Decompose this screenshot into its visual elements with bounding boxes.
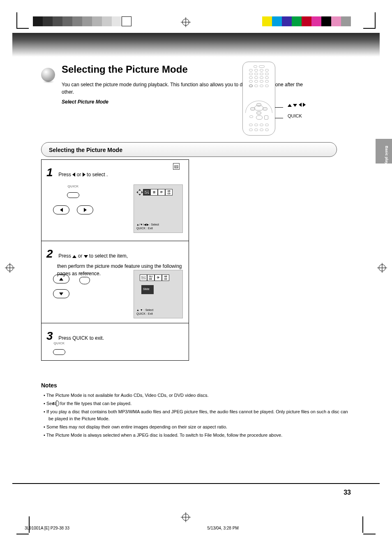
step-text: Press or to select the item, bbox=[58, 253, 128, 259]
step-number: 1 bbox=[46, 164, 57, 181]
step-text: Press QUICK to exit. bbox=[58, 335, 104, 341]
note-item: If you play a disc that contains both MP… bbox=[41, 408, 351, 422]
note-item: See 32 for the file types that can be pl… bbox=[41, 400, 351, 407]
button-label: QUICK bbox=[54, 341, 65, 345]
svg-point-4 bbox=[175, 166, 176, 167]
mode-icon-rotate: ⟳ bbox=[154, 274, 162, 281]
screen-caption: ▲/▼/◀/▶ : Select bbox=[136, 223, 180, 226]
up-arrow-icon bbox=[72, 255, 76, 258]
quick-button-icon bbox=[67, 192, 79, 198]
screen-caption: QUICK : Exit bbox=[136, 312, 180, 315]
remote-illustration bbox=[242, 62, 275, 136]
screen-caption: QUICK : Exit bbox=[136, 227, 180, 230]
nav-icon bbox=[136, 189, 143, 196]
crop-mark-bl bbox=[16, 516, 30, 534]
registration-mark-right bbox=[377, 263, 387, 273]
down-button-icon bbox=[53, 289, 69, 298]
crop-mark-tr bbox=[363, 12, 376, 30]
note-item: The Picture Mode is not available for Au… bbox=[41, 392, 351, 399]
onscreen-preview: ☰ ⟳ ABCD ▲/▼/◀/▶ : Select QUICK : Exit bbox=[134, 184, 183, 233]
header-gradient bbox=[12, 33, 380, 57]
step-number: 2 bbox=[46, 245, 57, 263]
mode-icon-abcd: ABCD bbox=[165, 189, 173, 196]
crop-mark-br bbox=[362, 516, 376, 534]
button-label: QUICK bbox=[79, 272, 90, 275]
page-number: 33 bbox=[344, 489, 351, 496]
crop-mark-tl bbox=[16, 12, 29, 30]
right-button-icon bbox=[77, 205, 93, 214]
onscreen-preview: SLIDE ⟳ ABCD Slide ▲ ▼ : Select QUICK : … bbox=[134, 270, 183, 318]
registration-mark-left bbox=[5, 263, 15, 273]
left-button-icon bbox=[53, 205, 69, 214]
mode-icon-abcd: ABCD bbox=[162, 274, 169, 281]
gray-swatches bbox=[33, 16, 131, 26]
button-label: QUICK bbox=[68, 184, 79, 188]
footer-rule bbox=[12, 483, 380, 484]
note-item: The Picture Mode is always selected when… bbox=[41, 432, 351, 439]
side-tab bbox=[376, 139, 392, 164]
step-1: 1 Press or to select . QUICK ☰ ⟳ AB bbox=[42, 160, 189, 241]
screen-caption: ▲ ▼ : Select bbox=[136, 309, 180, 312]
footer-text: 3L91001A [E] P29-38 33 5/13/04, 3:28 PM bbox=[25, 526, 239, 530]
mode-icon-slide: SLIDE bbox=[147, 274, 154, 281]
notes-heading: Notes bbox=[41, 382, 351, 389]
mode-icon-picture bbox=[140, 274, 147, 281]
svg-point-8 bbox=[142, 277, 143, 278]
notes-section: Notes The Picture Mode is not available … bbox=[41, 382, 351, 440]
registration-mark-top bbox=[181, 17, 191, 27]
right-arrow-icon bbox=[83, 173, 85, 177]
selection-label: Slide bbox=[143, 288, 150, 290]
color-swatches bbox=[262, 16, 351, 26]
remote-quick-label: QUICK bbox=[288, 113, 302, 118]
up-button-icon bbox=[53, 274, 69, 283]
page-ref-icon: 32 bbox=[56, 401, 59, 406]
title-bullet-icon bbox=[41, 68, 55, 82]
quick-button-icon bbox=[53, 349, 65, 355]
step-text: Press or to select . bbox=[58, 172, 108, 177]
left-arrow-icon bbox=[72, 173, 75, 177]
mode-icon-rotate: ⟳ bbox=[158, 189, 165, 196]
step-2: 2 Press or to select the item, then perf… bbox=[42, 241, 189, 323]
steps-box: 1 Press or to select . QUICK ☰ ⟳ AB bbox=[41, 159, 189, 361]
step-3: 3 Press QUICK to exit. QUICK bbox=[42, 323, 189, 360]
mode-icon-list: ☰ bbox=[150, 189, 158, 196]
svg-point-6 bbox=[145, 191, 146, 192]
note-item: Some files may not display their own ent… bbox=[41, 424, 351, 431]
picture-mode-target-icon bbox=[173, 163, 180, 170]
remote-arrow-label bbox=[288, 102, 306, 108]
section-heading-pill: Selecting the Picture Mode bbox=[41, 142, 337, 157]
side-tab-label: Basic playback bbox=[385, 146, 389, 173]
registration-mark-bottom bbox=[181, 512, 191, 522]
mode-icon-picture bbox=[143, 189, 150, 196]
quick-button-icon bbox=[79, 277, 90, 284]
down-arrow-icon bbox=[84, 255, 88, 258]
